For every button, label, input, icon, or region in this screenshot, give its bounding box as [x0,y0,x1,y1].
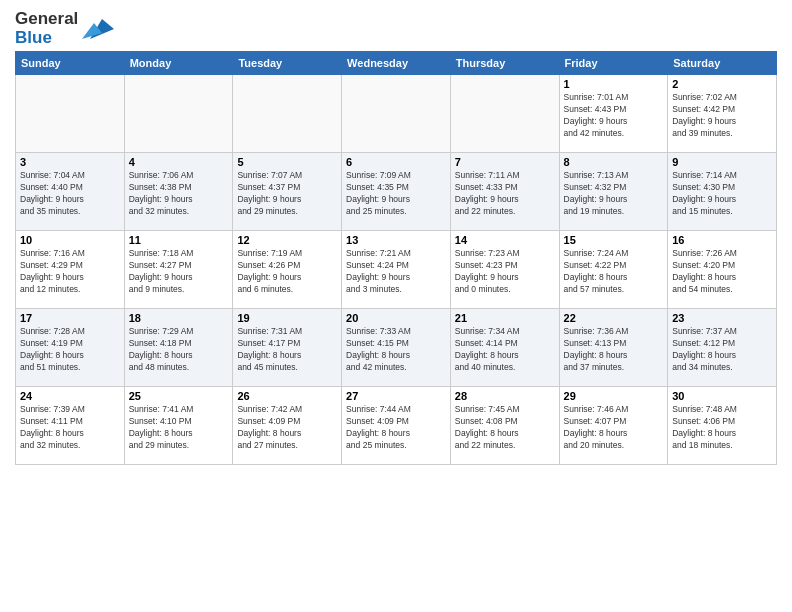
day-detail: Sunrise: 7:19 AM Sunset: 4:26 PM Dayligh… [237,248,337,296]
day-detail: Sunrise: 7:02 AM Sunset: 4:42 PM Dayligh… [672,92,772,140]
day-detail: Sunrise: 7:46 AM Sunset: 4:07 PM Dayligh… [564,404,664,452]
calendar-cell: 1Sunrise: 7:01 AM Sunset: 4:43 PM Daylig… [559,75,668,153]
day-detail: Sunrise: 7:18 AM Sunset: 4:27 PM Dayligh… [129,248,229,296]
calendar-cell: 13Sunrise: 7:21 AM Sunset: 4:24 PM Dayli… [342,231,451,309]
calendar-cell [16,75,125,153]
calendar-cell: 14Sunrise: 7:23 AM Sunset: 4:23 PM Dayli… [450,231,559,309]
day-detail: Sunrise: 7:29 AM Sunset: 4:18 PM Dayligh… [129,326,229,374]
day-detail: Sunrise: 7:26 AM Sunset: 4:20 PM Dayligh… [672,248,772,296]
day-number: 23 [672,312,772,324]
calendar-cell: 21Sunrise: 7:34 AM Sunset: 4:14 PM Dayli… [450,309,559,387]
col-header-thursday: Thursday [450,52,559,75]
calendar-cell: 3Sunrise: 7:04 AM Sunset: 4:40 PM Daylig… [16,153,125,231]
calendar-cell: 17Sunrise: 7:28 AM Sunset: 4:19 PM Dayli… [16,309,125,387]
day-number: 25 [129,390,229,402]
calendar-cell: 10Sunrise: 7:16 AM Sunset: 4:29 PM Dayli… [16,231,125,309]
col-header-wednesday: Wednesday [342,52,451,75]
day-number: 18 [129,312,229,324]
calendar-cell: 15Sunrise: 7:24 AM Sunset: 4:22 PM Dayli… [559,231,668,309]
day-detail: Sunrise: 7:42 AM Sunset: 4:09 PM Dayligh… [237,404,337,452]
day-number: 22 [564,312,664,324]
col-header-monday: Monday [124,52,233,75]
day-number: 16 [672,234,772,246]
calendar-cell: 9Sunrise: 7:14 AM Sunset: 4:30 PM Daylig… [668,153,777,231]
calendar-cell: 28Sunrise: 7:45 AM Sunset: 4:08 PM Dayli… [450,387,559,465]
day-detail: Sunrise: 7:04 AM Sunset: 4:40 PM Dayligh… [20,170,120,218]
day-number: 26 [237,390,337,402]
calendar-cell: 22Sunrise: 7:36 AM Sunset: 4:13 PM Dayli… [559,309,668,387]
calendar-cell: 18Sunrise: 7:29 AM Sunset: 4:18 PM Dayli… [124,309,233,387]
col-header-friday: Friday [559,52,668,75]
calendar-cell: 2Sunrise: 7:02 AM Sunset: 4:42 PM Daylig… [668,75,777,153]
calendar-cell: 29Sunrise: 7:46 AM Sunset: 4:07 PM Dayli… [559,387,668,465]
day-detail: Sunrise: 7:41 AM Sunset: 4:10 PM Dayligh… [129,404,229,452]
logo: General Blue [15,10,114,47]
day-detail: Sunrise: 7:28 AM Sunset: 4:19 PM Dayligh… [20,326,120,374]
calendar-cell: 8Sunrise: 7:13 AM Sunset: 4:32 PM Daylig… [559,153,668,231]
day-detail: Sunrise: 7:33 AM Sunset: 4:15 PM Dayligh… [346,326,446,374]
day-number: 3 [20,156,120,168]
day-number: 1 [564,78,664,90]
day-detail: Sunrise: 7:44 AM Sunset: 4:09 PM Dayligh… [346,404,446,452]
day-detail: Sunrise: 7:23 AM Sunset: 4:23 PM Dayligh… [455,248,555,296]
day-number: 9 [672,156,772,168]
day-detail: Sunrise: 7:01 AM Sunset: 4:43 PM Dayligh… [564,92,664,140]
calendar-cell [233,75,342,153]
day-detail: Sunrise: 7:34 AM Sunset: 4:14 PM Dayligh… [455,326,555,374]
header: General Blue [15,10,777,47]
day-detail: Sunrise: 7:45 AM Sunset: 4:08 PM Dayligh… [455,404,555,452]
logo-general: General [15,10,78,29]
page: General Blue SundayMondayTuesdayWednesda… [0,0,792,612]
calendar-cell: 16Sunrise: 7:26 AM Sunset: 4:20 PM Dayli… [668,231,777,309]
calendar-cell [342,75,451,153]
day-number: 19 [237,312,337,324]
calendar-cell: 26Sunrise: 7:42 AM Sunset: 4:09 PM Dayli… [233,387,342,465]
calendar-week-row: 3Sunrise: 7:04 AM Sunset: 4:40 PM Daylig… [16,153,777,231]
col-header-sunday: Sunday [16,52,125,75]
calendar-cell: 20Sunrise: 7:33 AM Sunset: 4:15 PM Dayli… [342,309,451,387]
calendar-cell [450,75,559,153]
calendar-week-row: 24Sunrise: 7:39 AM Sunset: 4:11 PM Dayli… [16,387,777,465]
day-number: 8 [564,156,664,168]
day-number: 14 [455,234,555,246]
day-detail: Sunrise: 7:16 AM Sunset: 4:29 PM Dayligh… [20,248,120,296]
calendar-cell: 4Sunrise: 7:06 AM Sunset: 4:38 PM Daylig… [124,153,233,231]
calendar-header-row: SundayMondayTuesdayWednesdayThursdayFrid… [16,52,777,75]
col-header-saturday: Saturday [668,52,777,75]
day-number: 20 [346,312,446,324]
day-number: 17 [20,312,120,324]
day-number: 11 [129,234,229,246]
calendar-cell: 23Sunrise: 7:37 AM Sunset: 4:12 PM Dayli… [668,309,777,387]
calendar-cell: 30Sunrise: 7:48 AM Sunset: 4:06 PM Dayli… [668,387,777,465]
day-detail: Sunrise: 7:37 AM Sunset: 4:12 PM Dayligh… [672,326,772,374]
day-number: 21 [455,312,555,324]
calendar-cell [124,75,233,153]
day-number: 15 [564,234,664,246]
day-number: 7 [455,156,555,168]
day-number: 28 [455,390,555,402]
day-number: 10 [20,234,120,246]
day-number: 4 [129,156,229,168]
day-number: 29 [564,390,664,402]
day-detail: Sunrise: 7:39 AM Sunset: 4:11 PM Dayligh… [20,404,120,452]
day-number: 2 [672,78,772,90]
day-detail: Sunrise: 7:24 AM Sunset: 4:22 PM Dayligh… [564,248,664,296]
calendar-cell: 19Sunrise: 7:31 AM Sunset: 4:17 PM Dayli… [233,309,342,387]
day-number: 24 [20,390,120,402]
day-detail: Sunrise: 7:21 AM Sunset: 4:24 PM Dayligh… [346,248,446,296]
calendar-table: SundayMondayTuesdayWednesdayThursdayFrid… [15,51,777,465]
day-detail: Sunrise: 7:14 AM Sunset: 4:30 PM Dayligh… [672,170,772,218]
calendar-week-row: 17Sunrise: 7:28 AM Sunset: 4:19 PM Dayli… [16,309,777,387]
calendar-cell: 6Sunrise: 7:09 AM Sunset: 4:35 PM Daylig… [342,153,451,231]
calendar-cell: 5Sunrise: 7:07 AM Sunset: 4:37 PM Daylig… [233,153,342,231]
calendar-cell: 25Sunrise: 7:41 AM Sunset: 4:10 PM Dayli… [124,387,233,465]
calendar-cell: 7Sunrise: 7:11 AM Sunset: 4:33 PM Daylig… [450,153,559,231]
day-number: 12 [237,234,337,246]
day-detail: Sunrise: 7:06 AM Sunset: 4:38 PM Dayligh… [129,170,229,218]
day-detail: Sunrise: 7:07 AM Sunset: 4:37 PM Dayligh… [237,170,337,218]
day-detail: Sunrise: 7:09 AM Sunset: 4:35 PM Dayligh… [346,170,446,218]
day-detail: Sunrise: 7:31 AM Sunset: 4:17 PM Dayligh… [237,326,337,374]
calendar-cell: 11Sunrise: 7:18 AM Sunset: 4:27 PM Dayli… [124,231,233,309]
calendar-week-row: 1Sunrise: 7:01 AM Sunset: 4:43 PM Daylig… [16,75,777,153]
day-number: 6 [346,156,446,168]
